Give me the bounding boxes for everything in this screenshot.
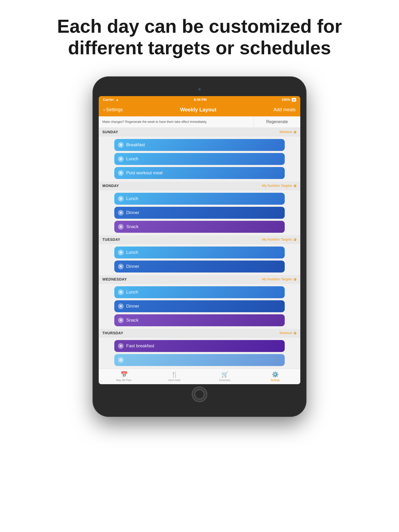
day-meals-sunday: ✕ Breakfast ✕ Lunch ✕ Post workout meal	[99, 136, 300, 182]
meal-remove-icon[interactable]: ✕	[118, 303, 124, 309]
day-meals-thursday: ✕ Fast breakfast ✕	[99, 337, 300, 369]
day-meals-tuesday: ✕ Lunch ✕ Dinner	[99, 244, 300, 275]
tab-groceries[interactable]: 🛒 Groceries	[214, 371, 235, 382]
meal-remove-icon[interactable]: ✕	[118, 357, 124, 363]
status-time: 6:58 PM	[194, 98, 207, 102]
meal-label: Lunch	[126, 196, 138, 201]
nav-bar: ‹ Settings Weekly Layout Add meals	[99, 103, 300, 116]
day-section-thursday: THURSDAY Workout ✕ Fast breakfast ✕	[99, 329, 300, 369]
front-camera	[198, 88, 201, 91]
day-name: MONDAY	[102, 184, 119, 188]
back-chevron-icon: ‹	[103, 107, 105, 112]
meal-label: Snack	[126, 224, 138, 229]
scroll-content: SUNDAY Workout ✕ Breakfast ✕ Lunch	[99, 128, 300, 369]
settings-icon: ⚙️	[272, 371, 279, 378]
meal-label: Dinner	[126, 304, 139, 309]
day-target[interactable]: My Nutrition Targets	[262, 184, 297, 188]
day-target[interactable]: My Nutrition Targets	[262, 277, 297, 281]
status-bar: Carrier ▲ 6:58 PM 100% ■	[99, 96, 300, 103]
day-name: WEDNESDAY	[102, 277, 127, 281]
meal-label: Breakfast	[126, 142, 145, 148]
next-meal-label: Next meal	[168, 379, 180, 382]
day-section-monday: MONDAY My Nutrition Targets ✕ Lunch ✕ Di…	[99, 182, 300, 235]
meal-remove-icon[interactable]: ✕	[118, 250, 124, 255]
plan-label: May 9th Plan	[116, 379, 131, 382]
meal-item[interactable]: ✕ Lunch	[114, 193, 285, 205]
day-header-wednesday: WEDNESDAY My Nutrition Targets	[99, 275, 300, 284]
meal-label: Lunch	[126, 290, 138, 295]
page-wrapper: Each day can be customized for different…	[0, 0, 399, 532]
settings-label: Settings	[270, 379, 280, 382]
tab-plan[interactable]: 📅 May 9th Plan	[114, 371, 134, 382]
battery-icon: ■	[292, 98, 296, 102]
day-header-tuesday: TUESDAY My Nutrition Targets	[99, 235, 300, 244]
meal-item[interactable]: ✕ Dinner	[114, 261, 285, 272]
meal-item[interactable]: ✕ Dinner	[114, 300, 285, 312]
meal-label: Snack	[126, 318, 138, 323]
ipad-screen: Carrier ▲ 6:58 PM 100% ■ ‹ Settings Week…	[99, 96, 300, 384]
ipad-frame: Carrier ▲ 6:58 PM 100% ■ ‹ Settings Week…	[93, 77, 306, 416]
meal-remove-icon[interactable]: ✕	[118, 210, 124, 216]
meal-item[interactable]: ✕ Dinner	[114, 207, 285, 219]
meal-item[interactable]: ✕ Lunch	[114, 286, 285, 298]
ipad-top-bezel	[99, 85, 300, 94]
meal-remove-icon[interactable]: ✕	[118, 343, 124, 349]
meal-item[interactable]: ✕ Fast breakfast	[114, 340, 285, 352]
home-button[interactable]	[192, 387, 207, 402]
day-target[interactable]: My Nutrition Targets	[262, 237, 297, 241]
back-label: Settings	[106, 107, 123, 112]
add-meals-button[interactable]: Add meals	[274, 107, 296, 112]
day-header-monday: MONDAY My Nutrition Targets	[99, 182, 300, 190]
meal-remove-icon[interactable]: ✕	[118, 142, 124, 148]
meal-item-partial[interactable]: ✕	[114, 354, 285, 366]
meal-item[interactable]: ✕ Snack	[114, 221, 285, 233]
meal-remove-icon[interactable]: ✕	[118, 317, 124, 323]
carrier-label: Carrier	[103, 98, 114, 102]
status-left: Carrier ▲	[103, 98, 119, 102]
meal-label: Lunch	[126, 250, 138, 255]
next-meal-icon: 🍴	[171, 371, 178, 378]
meal-remove-icon[interactable]: ✕	[118, 156, 124, 162]
day-header-sunday: SUNDAY Workout	[99, 128, 300, 136]
day-name: TUESDAY	[102, 237, 120, 242]
groceries-label: Groceries	[219, 379, 230, 382]
home-button-inner	[195, 389, 204, 399]
meal-item[interactable]: ✕ Lunch	[114, 247, 285, 258]
meal-label: Dinner	[126, 210, 139, 215]
meal-label: Fast breakfast	[126, 343, 154, 349]
meal-remove-icon[interactable]: ✕	[118, 289, 124, 295]
day-target[interactable]: Workout	[280, 331, 297, 335]
meal-remove-icon[interactable]: ✕	[118, 224, 124, 230]
day-name: THURSDAY	[102, 331, 123, 335]
day-section-sunday: SUNDAY Workout ✕ Breakfast ✕ Lunch	[99, 128, 300, 182]
tab-next-meal[interactable]: 🍴 Next meal	[164, 371, 185, 382]
back-button[interactable]: ‹ Settings	[103, 107, 123, 112]
meal-item[interactable]: ✕ Post workout meal	[114, 167, 285, 179]
regenerate-button[interactable]: Regenerate	[254, 116, 300, 128]
headline: Each day can be customized for different…	[57, 16, 342, 59]
headline-line2: different targets or schedules	[68, 37, 331, 58]
meal-item[interactable]: ✕ Lunch	[114, 153, 285, 165]
days-container: SUNDAY Workout ✕ Breakfast ✕ Lunch	[99, 128, 300, 369]
day-target[interactable]: Workout	[280, 130, 297, 134]
day-header-thursday: THURSDAY Workout	[99, 329, 300, 337]
meal-remove-icon[interactable]: ✕	[118, 170, 124, 176]
meal-remove-icon[interactable]: ✕	[118, 196, 124, 202]
day-section-tuesday: TUESDAY My Nutrition Targets ✕ Lunch ✕ D…	[99, 235, 300, 275]
day-meals-monday: ✕ Lunch ✕ Dinner ✕ Snack	[99, 190, 300, 235]
meal-remove-icon[interactable]: ✕	[118, 264, 124, 269]
meal-label: Dinner	[126, 264, 139, 269]
day-section-wednesday: WEDNESDAY My Nutrition Targets ✕ Lunch ✕…	[99, 275, 300, 329]
battery-label: 100%	[282, 98, 290, 102]
day-name: SUNDAY	[102, 130, 118, 134]
meal-item[interactable]: ✕ Snack	[114, 314, 285, 326]
info-text: Make changes? Regenerate the week to hav…	[99, 120, 254, 124]
groceries-icon: 🛒	[221, 371, 228, 378]
headline-line1: Each day can be customized for	[57, 16, 342, 37]
meal-label: Post workout meal	[126, 170, 163, 176]
meal-item[interactable]: ✕ Breakfast	[114, 139, 285, 151]
info-bar: Make changes? Regenerate the week to hav…	[99, 116, 300, 128]
ipad-bottom-bezel	[99, 388, 300, 401]
tab-settings[interactable]: ⚙️ Settings	[265, 371, 285, 382]
tab-bar: 📅 May 9th Plan 🍴 Next meal 🛒 Groceries ⚙…	[99, 369, 300, 384]
